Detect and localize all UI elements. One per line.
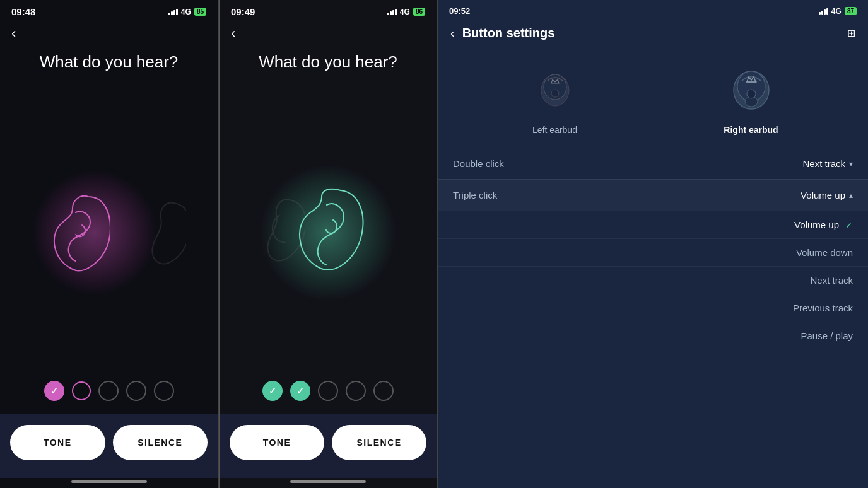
network-label-1: 4G bbox=[181, 8, 191, 16]
back-button-1[interactable]: ‹ bbox=[11, 26, 16, 40]
option-volume-down-label: Volume down bbox=[796, 247, 853, 258]
phone-panel-2: 09:49 4G 86 ‹ What do you hear? bbox=[219, 0, 437, 488]
time-3: 09:52 bbox=[449, 6, 470, 16]
dot-1-outline bbox=[72, 381, 91, 400]
right-earbud-image bbox=[720, 55, 783, 119]
home-indicator-2 bbox=[220, 478, 437, 488]
double-click-row[interactable]: Double click Next track ▾ bbox=[438, 148, 868, 179]
network-label-2: 4G bbox=[400, 8, 410, 16]
dot-row-1: ✓ bbox=[44, 381, 174, 401]
phone-content-1: What do you hear? ✓ bbox=[0, 21, 218, 414]
dot-1-gray-3 bbox=[154, 381, 174, 401]
left-ear-svg bbox=[41, 184, 110, 281]
signal-icon-3 bbox=[819, 8, 828, 15]
option-volume-down[interactable]: Volume down bbox=[438, 238, 868, 266]
grid-icon[interactable]: ⊞ bbox=[847, 27, 855, 39]
option-previous-track[interactable]: Previous track bbox=[438, 294, 868, 322]
dot-2-gray-3 bbox=[373, 381, 394, 401]
left-earbud-item[interactable]: Left earbud bbox=[524, 55, 587, 135]
what-hear-title-1: What do you hear? bbox=[40, 52, 179, 72]
signal-icon-1 bbox=[168, 8, 178, 15]
dot-2-gray-1 bbox=[318, 381, 338, 401]
left-earbud-image bbox=[524, 55, 587, 119]
dot-1-gray-1 bbox=[98, 381, 119, 401]
tone-button-1[interactable]: TONE bbox=[10, 425, 105, 460]
status-bar-1: 09:48 4G 85 bbox=[0, 0, 218, 21]
check-icon-1: ✓ bbox=[50, 386, 58, 396]
right-earbud-label: Right earbud bbox=[724, 125, 778, 135]
option-previous-track-label: Previous track bbox=[793, 303, 853, 313]
settings-title: Button settings bbox=[462, 26, 840, 40]
triple-click-chevron: ▴ bbox=[849, 191, 853, 200]
dot-2-filled-1: ✓ bbox=[262, 381, 283, 401]
status-right-3: 4G 87 bbox=[819, 7, 857, 16]
home-indicator-1 bbox=[0, 478, 218, 488]
network-label-3: 4G bbox=[831, 7, 842, 16]
signal-icon-2 bbox=[387, 8, 397, 15]
svg-point-2 bbox=[551, 90, 559, 97]
settings-panel: 09:52 4G 87 ‹ Button settings ⊞ bbox=[438, 0, 868, 488]
earbud-row: Left earbud Right earbud bbox=[438, 49, 868, 148]
dot-1-filled: ✓ bbox=[44, 381, 64, 401]
status-bar-2: 09:49 4G 86 bbox=[220, 0, 437, 21]
battery-3: 87 bbox=[845, 7, 857, 15]
dot-1-gray-2 bbox=[126, 381, 146, 401]
option-pause-play[interactable]: Pause / play bbox=[438, 322, 868, 349]
battery-2: 86 bbox=[413, 8, 425, 16]
triple-click-value: Volume up ▴ bbox=[801, 190, 853, 200]
double-click-label: Double click bbox=[453, 158, 504, 169]
time-2: 09:49 bbox=[231, 6, 255, 17]
back-button-2[interactable]: ‹ bbox=[231, 26, 235, 40]
dot-2-filled-2: ✓ bbox=[290, 381, 310, 401]
right-earbud-item[interactable]: Right earbud bbox=[720, 55, 783, 135]
left-earbud-label: Left earbud bbox=[532, 125, 577, 135]
option-volume-up-label: Volume up bbox=[794, 219, 839, 230]
home-bar-1 bbox=[71, 480, 147, 483]
status-right-2: 4G 86 bbox=[387, 8, 425, 16]
double-click-value: Next track ▾ bbox=[802, 158, 853, 169]
phone-bottom-1: TONE SILENCE bbox=[0, 414, 218, 478]
right-ear-svg-dim bbox=[136, 194, 186, 272]
option-volume-up[interactable]: Volume up ✓ bbox=[438, 211, 868, 238]
ear-container-2 bbox=[220, 84, 437, 381]
settings-header: ‹ Button settings ⊞ bbox=[438, 20, 868, 49]
ear-container-1 bbox=[0, 84, 218, 381]
phone-content-2: What do you hear? bbox=[220, 21, 437, 414]
check-icon-2a: ✓ bbox=[269, 386, 276, 396]
svg-point-7 bbox=[747, 90, 756, 98]
option-pause-play-label: Pause / play bbox=[801, 330, 853, 341]
dot-row-2: ✓ ✓ bbox=[262, 381, 394, 401]
phone-bottom-2: TONE SILENCE bbox=[220, 414, 437, 478]
battery-1: 85 bbox=[194, 8, 206, 16]
triple-click-row[interactable]: Triple click Volume up ▴ bbox=[438, 179, 868, 211]
dropdown-options: Volume up ✓ Volume down Next track Previ… bbox=[438, 211, 868, 349]
status-right-1: 4G 85 bbox=[168, 8, 206, 16]
option-volume-up-check: ✓ bbox=[845, 220, 853, 230]
what-hear-title-2: What do you hear? bbox=[259, 52, 397, 72]
option-next-track[interactable]: Next track bbox=[438, 266, 868, 294]
status-bar-3: 09:52 4G 87 bbox=[438, 0, 868, 20]
silence-button-1[interactable]: SILENCE bbox=[113, 425, 208, 460]
tone-button-2[interactable]: TONE bbox=[230, 425, 324, 460]
double-click-chevron: ▾ bbox=[849, 160, 853, 168]
center-ear-svg bbox=[290, 181, 366, 284]
check-icon-2b: ✓ bbox=[296, 386, 304, 396]
dot-2-gray-2 bbox=[346, 381, 366, 401]
settings-back-button[interactable]: ‹ bbox=[450, 26, 455, 40]
option-next-track-label: Next track bbox=[810, 275, 853, 286]
triple-click-label: Triple click bbox=[453, 190, 497, 200]
time-1: 09:48 bbox=[11, 6, 35, 17]
silence-button-2[interactable]: SILENCE bbox=[332, 425, 426, 460]
home-bar-2 bbox=[290, 480, 366, 483]
phone-panel-1: 09:48 4G 85 ‹ What do you hear? bbox=[0, 0, 218, 488]
